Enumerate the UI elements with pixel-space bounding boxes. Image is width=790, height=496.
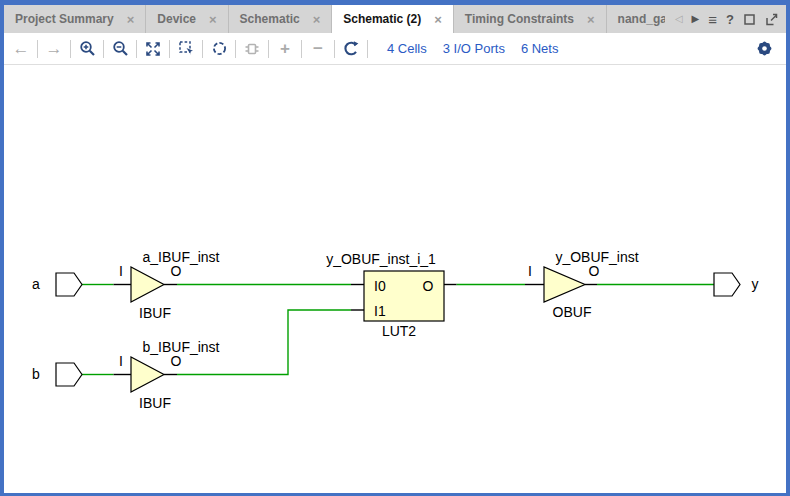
- toolbar-separator: [301, 40, 302, 58]
- tab-nand-gate-source[interactable]: nand_gate.s: [607, 5, 665, 33]
- pin-label-obuf-o: O: [589, 263, 600, 279]
- close-icon[interactable]: ×: [587, 13, 595, 26]
- expand-plus-icon[interactable]: +: [272, 35, 298, 63]
- nets-count-link[interactable]: 6 Nets: [521, 41, 559, 56]
- toolbar-separator: [70, 40, 71, 58]
- pins-group: [114, 285, 598, 375]
- schematic-toolbar: ← →: [4, 33, 786, 65]
- tab-scroll-left-icon[interactable]: ◁: [675, 14, 683, 24]
- tab-schematic-2[interactable]: Schematic (2) ×: [332, 5, 454, 33]
- cell-a-ibuf[interactable]: [131, 267, 164, 302]
- tab-menu-icon[interactable]: ≡: [708, 12, 717, 27]
- pin-label-a-ibuf-o: O: [171, 263, 182, 279]
- toolbar-separator: [235, 40, 236, 58]
- pin-label-a-ibuf-i: I: [119, 263, 123, 279]
- input-port-a[interactable]: [56, 273, 82, 296]
- pin-label-lut2-i0: I0: [374, 278, 386, 294]
- toolbar-separator: [202, 40, 203, 58]
- chip-icon[interactable]: [239, 35, 265, 63]
- cells-group: [131, 267, 585, 392]
- tab-label: Project Summary: [15, 12, 114, 26]
- instance-label-b-ibuf: b_IBUF_inst: [142, 339, 219, 355]
- settings-gear-icon[interactable]: [751, 35, 777, 63]
- tab-label: nand_gate.s: [618, 12, 665, 26]
- output-port-y[interactable]: [714, 273, 740, 296]
- cell-b-ibuf[interactable]: [131, 357, 164, 392]
- instance-label-a-ibuf: a_IBUF_inst: [142, 249, 219, 265]
- type-label-lut2: LUT2: [382, 323, 416, 339]
- tab-bar: Project Summary × Device × Schematic × S…: [4, 5, 786, 33]
- tab-project-summary[interactable]: Project Summary ×: [4, 5, 146, 33]
- input-port-b[interactable]: [56, 363, 82, 386]
- instance-label-obuf: y_OBUF_inst: [555, 249, 638, 265]
- collapse-minus-icon[interactable]: −: [305, 35, 331, 63]
- tab-label: Timing Constraints: [465, 12, 574, 26]
- zoom-out-icon[interactable]: [107, 35, 133, 63]
- forward-arrow-icon[interactable]: →: [41, 35, 67, 63]
- io-ports-count-link[interactable]: 3 I/O Ports: [443, 41, 505, 56]
- tab-timing-constraints[interactable]: Timing Constraints ×: [454, 5, 607, 33]
- type-label-b-ibuf: IBUF: [139, 395, 171, 411]
- port-label-a: a: [32, 276, 40, 292]
- port-label-b: b: [32, 366, 40, 382]
- schematic-canvas[interactable]: a I O a_IBUF_inst IBUF b I O b_IBUF_inst…: [4, 65, 786, 493]
- tab-label: Schematic (2): [343, 12, 421, 26]
- maximize-icon[interactable]: [743, 13, 756, 26]
- help-icon[interactable]: ?: [726, 13, 734, 26]
- pin-label-b-ibuf-i: I: [119, 353, 123, 369]
- float-window-icon[interactable]: [765, 13, 778, 26]
- zoom-fit-icon[interactable]: [140, 35, 166, 63]
- tab-device[interactable]: Device ×: [146, 5, 228, 33]
- toolbar-separator: [37, 40, 38, 58]
- autofit-target-icon[interactable]: [206, 35, 232, 63]
- toolbar-separator: [367, 40, 368, 58]
- zoom-to-selection-icon[interactable]: [173, 35, 199, 63]
- type-label-obuf: OBUF: [553, 304, 592, 320]
- tab-scroll-right-icon[interactable]: ▶: [692, 14, 700, 24]
- type-label-a-ibuf: IBUF: [139, 305, 171, 321]
- pin-label-lut2-i1: I1: [374, 303, 386, 319]
- toolbar-separator: [103, 40, 104, 58]
- close-icon[interactable]: ×: [209, 13, 217, 26]
- tab-bar-controls: ◁ ▶ ≡ ?: [671, 5, 786, 33]
- tab-label: Device: [157, 12, 196, 26]
- toolbar-separator: [334, 40, 335, 58]
- tab-schematic[interactable]: Schematic ×: [229, 5, 333, 33]
- close-icon[interactable]: ×: [434, 13, 442, 26]
- pin-label-obuf-i: I: [528, 263, 532, 279]
- regenerate-refresh-icon[interactable]: [338, 35, 364, 63]
- toolbar-separator: [136, 40, 137, 58]
- toolbar-separator: [268, 40, 269, 58]
- cell-obuf[interactable]: [544, 267, 585, 302]
- schematic-window: Project Summary × Device × Schematic × S…: [0, 0, 790, 496]
- schematic-svg: a I O a_IBUF_inst IBUF b I O b_IBUF_inst…: [4, 65, 786, 493]
- port-label-y: y: [752, 276, 759, 292]
- pin-label-lut2-o: O: [423, 278, 434, 294]
- close-icon[interactable]: ×: [127, 13, 135, 26]
- close-icon[interactable]: ×: [313, 13, 321, 26]
- cells-count-link[interactable]: 4 Cells: [387, 41, 427, 56]
- pin-label-b-ibuf-o: O: [171, 353, 182, 369]
- instance-label-lut2: y_OBUF_inst_i_1: [326, 251, 436, 267]
- zoom-in-icon[interactable]: [74, 35, 100, 63]
- back-arrow-icon[interactable]: ←: [8, 35, 34, 63]
- tab-label: Schematic: [240, 12, 300, 26]
- toolbar-separator: [169, 40, 170, 58]
